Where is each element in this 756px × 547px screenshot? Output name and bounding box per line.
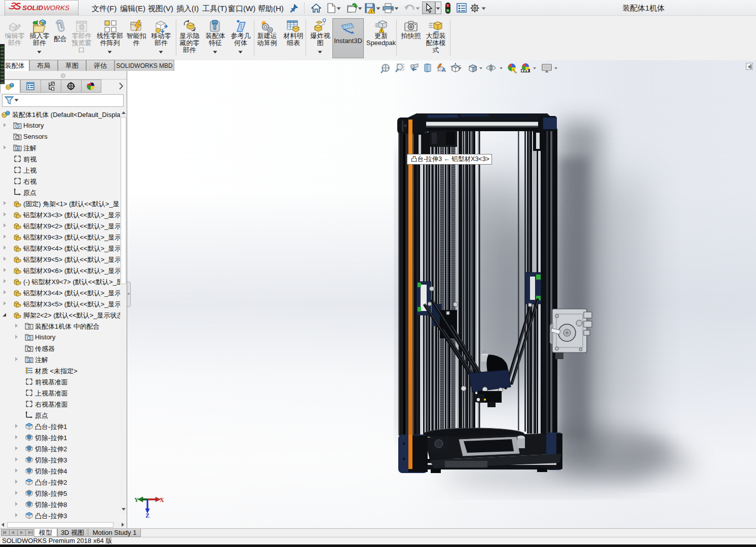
svg-text:WORKS: WORKS <box>44 4 69 12</box>
svg-text:A: A <box>442 67 446 73</box>
svg-text:Y: Y <box>134 496 139 503</box>
svg-text:!: ! <box>371 9 372 14</box>
svg-text:X: X <box>160 496 164 503</box>
svg-text:Z: Z <box>145 512 149 518</box>
svg-text:SOLID: SOLID <box>22 4 44 12</box>
